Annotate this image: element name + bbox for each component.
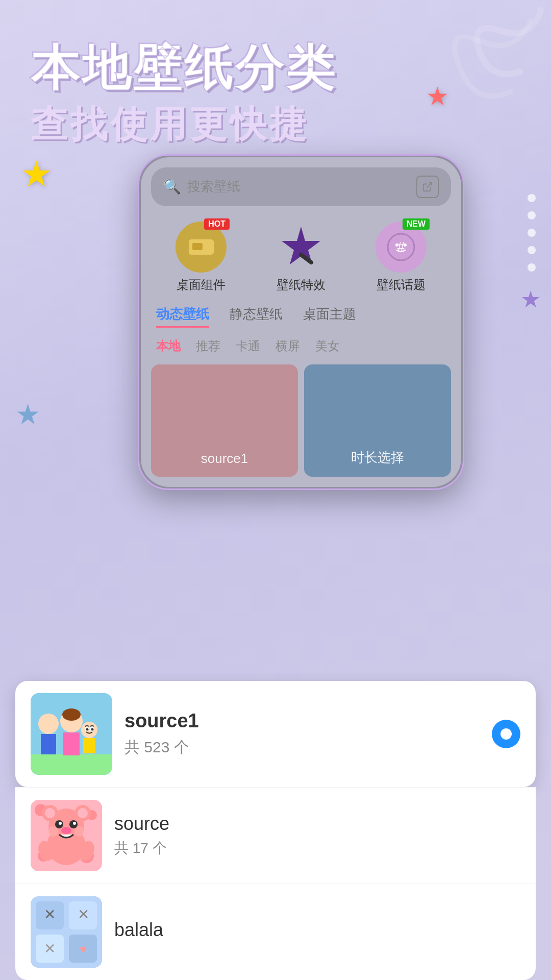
category-desk-icon-wrap: HOT	[176, 222, 227, 273]
external-link-icon	[422, 181, 433, 192]
bear-illustration	[31, 800, 102, 871]
svg-rect-2	[192, 243, 203, 250]
svg-text:✕: ✕	[44, 941, 56, 957]
list-name-balala: balala	[114, 919, 520, 941]
svg-point-13	[39, 716, 58, 732]
search-icon: 🔍	[163, 178, 181, 195]
svg-point-42	[74, 826, 85, 837]
wallpaper-card-source1[interactable]: source1	[151, 364, 298, 477]
search-placeholder-text: 搜索壁纸	[187, 178, 410, 195]
svg-point-38	[59, 822, 62, 825]
phone-outer: 🔍 搜索壁纸	[138, 154, 464, 490]
svg-text:✕: ✕	[78, 906, 89, 922]
wallpaper-card-duration[interactable]: 时长选择	[304, 364, 451, 477]
sub-tab-recommend[interactable]: 推荐	[196, 338, 220, 354]
svg-point-20	[82, 723, 96, 737]
bear-svg	[31, 800, 102, 871]
svg-point-23	[86, 728, 89, 731]
star-blue-icon: ★	[15, 398, 40, 431]
sub-title: 查找使用更快捷	[31, 100, 520, 149]
svg-rect-15	[63, 732, 80, 755]
list-item-source[interactable]: source 共 17 个	[15, 787, 536, 884]
topic-icon: #	[386, 232, 416, 262]
selected-info: source1 共 523 个	[124, 710, 480, 758]
svg-point-39	[73, 822, 76, 825]
svg-point-33	[45, 808, 55, 818]
svg-point-40	[61, 827, 71, 834]
sub-tab-beauty[interactable]: 美女	[315, 338, 340, 354]
header-section: 本地壁纸分类 查找使用更快捷	[0, 0, 551, 164]
selected-thumbnail	[31, 693, 112, 775]
shinchan-illustration	[31, 693, 112, 775]
svg-text:♥: ♥	[80, 942, 87, 956]
selected-name: source1	[124, 710, 480, 732]
list-thumbnail-source	[31, 800, 102, 871]
main-title: 本地壁纸分类	[31, 41, 520, 95]
sub-tab-cartoon[interactable]: 卡通	[236, 338, 260, 354]
search-bar[interactable]: 🔍 搜索壁纸	[151, 167, 451, 206]
sub-tab-landscape[interactable]: 横屏	[276, 338, 300, 354]
wallpaper-label-source1: source1	[201, 451, 248, 467]
category-row: HOT 桌面组件 壁纸特效	[151, 222, 451, 293]
svg-rect-19	[83, 738, 95, 753]
dots-decoration	[528, 194, 536, 272]
star-effect-icon	[276, 222, 327, 273]
desk-widget-icon	[187, 237, 215, 257]
svg-rect-10	[31, 754, 112, 775]
category-desk-widget[interactable]: HOT 桌面组件	[176, 222, 227, 293]
main-tabs: 动态壁纸 静态壁纸 桌面主题	[151, 305, 451, 328]
list-info-balala: balala	[114, 919, 520, 945]
tab-dynamic-wallpaper[interactable]: 动态壁纸	[156, 305, 209, 328]
svg-point-7	[395, 243, 398, 247]
tab-desktop-theme[interactable]: 桌面主题	[303, 305, 356, 328]
shinchan-svg	[31, 693, 112, 775]
selected-count: 共 523 个	[124, 737, 480, 758]
sub-tab-local[interactable]: 本地	[156, 338, 181, 354]
svg-point-24	[91, 728, 94, 731]
phone-mockup: 🔍 搜索壁纸	[138, 154, 464, 490]
category-topic-label: 壁纸话题	[377, 277, 425, 293]
list-thumbnail-balala: ✕ ✕ ✕ ♥	[31, 896, 102, 968]
category-desk-label: 桌面组件	[177, 277, 226, 293]
svg-text:✕: ✕	[44, 906, 56, 922]
radio-inner-dot	[500, 728, 512, 740]
list-count-source: 共 17 个	[114, 839, 520, 858]
category-effect-icon-wrap	[276, 222, 327, 273]
sub-tabs: 本地 推荐 卡通 横屏 美女	[151, 338, 451, 354]
selected-item-card[interactable]: source1 共 523 个	[15, 681, 536, 787]
star-purple-icon: ★	[520, 286, 541, 313]
svg-point-41	[48, 826, 58, 837]
svg-rect-12	[41, 734, 56, 754]
wallpaper-grid: source1 时长选择	[151, 364, 451, 477]
category-effect-label: 壁纸特效	[277, 277, 325, 293]
svg-point-35	[78, 808, 88, 818]
phone-inner: 🔍 搜索壁纸	[141, 157, 461, 487]
radio-selected-indicator[interactable]	[492, 720, 520, 748]
new-badge: NEW	[403, 218, 430, 230]
hot-badge: HOT	[204, 218, 230, 230]
map-illustration: ✕ ✕ ✕ ♥	[31, 896, 102, 968]
balala-svg: ✕ ✕ ✕ ♥	[31, 896, 102, 968]
wallpaper-label-duration: 时长选择	[351, 449, 404, 467]
list-name-source: source	[114, 813, 520, 835]
bottom-panel: source1 共 523 个	[0, 681, 551, 980]
svg-point-17	[62, 708, 81, 721]
svg-point-8	[404, 243, 407, 247]
svg-line-0	[427, 182, 432, 187]
category-topic-icon-wrap: # NEW	[375, 222, 427, 273]
share-button[interactable]	[416, 176, 439, 198]
list-item-balala[interactable]: ✕ ✕ ✕ ♥ balala	[15, 884, 536, 980]
category-wallpaper-effect[interactable]: 壁纸特效	[276, 222, 327, 293]
list-info-source: source 共 17 个	[114, 813, 520, 858]
category-wallpaper-topic[interactable]: # NEW 壁纸话题	[375, 222, 427, 293]
tab-static-wallpaper[interactable]: 静态壁纸	[230, 305, 283, 328]
